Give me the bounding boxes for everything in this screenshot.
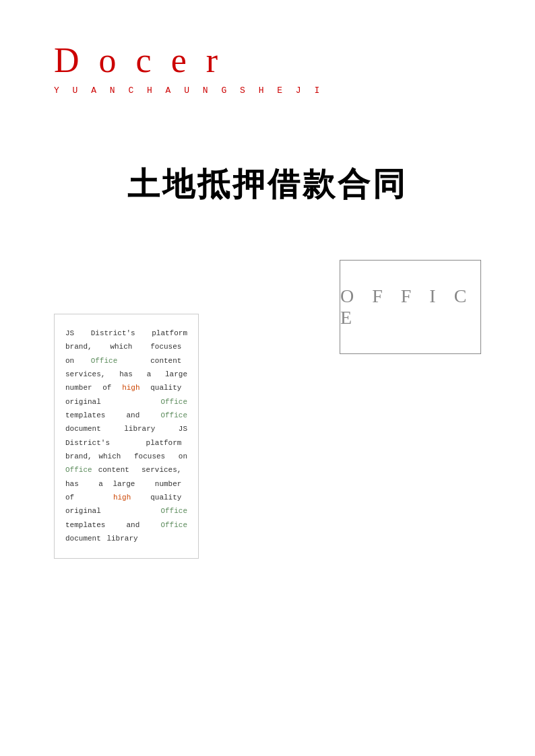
page: D o c e r Y U A N C H A U N G S H E J I … <box>0 0 535 756</box>
and-word-2: and <box>127 521 140 529</box>
document-title: 土地抵押借款合同 <box>54 163 481 206</box>
office-box: O F F I C E <box>340 260 481 354</box>
logo-subtitle: Y U A N C H A U N G S H E J I <box>54 85 481 96</box>
office-label: O F F I C E <box>340 285 480 329</box>
main-title-section: 土地抵押借款合同 <box>54 163 481 206</box>
content-area: O F F I C E JS District's platform brand… <box>54 260 481 543</box>
and-word-1: and <box>127 411 140 419</box>
office-word-1: Office <box>91 357 118 365</box>
office-word-5: Office <box>160 507 187 515</box>
logo-title: D o c e r <box>54 40 481 80</box>
office-word-4: Office <box>65 466 92 474</box>
description-text: JS District's platform brand, which focu… <box>65 327 187 546</box>
logo-section: D o c e r Y U A N C H A U N G S H E J I <box>54 40 481 96</box>
office-word-2: Office <box>160 398 187 406</box>
high-word-2: high <box>113 493 131 502</box>
high-word-1: high <box>122 384 139 392</box>
office-word-3: Office <box>160 411 187 419</box>
description-box: JS District's platform brand, which focu… <box>54 314 199 559</box>
office-word-6: Office <box>160 521 187 529</box>
